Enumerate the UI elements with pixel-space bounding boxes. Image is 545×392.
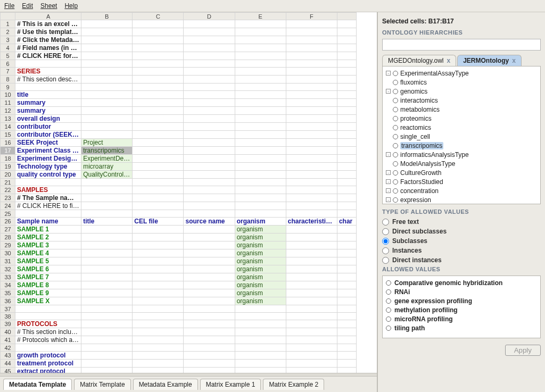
cell[interactable]: [133, 360, 184, 368]
cell[interactable]: [81, 368, 133, 373]
cell[interactable]: CEL file: [133, 218, 184, 226]
cell[interactable]: [337, 313, 356, 320]
cell[interactable]: [81, 20, 133, 28]
cell[interactable]: [81, 44, 133, 52]
cell[interactable]: [81, 107, 133, 115]
cell[interactable]: [81, 131, 133, 139]
cell[interactable]: [286, 249, 337, 257]
cell[interactable]: [184, 60, 235, 68]
cell[interactable]: SAMPLE 7: [15, 273, 81, 281]
cell[interactable]: [184, 265, 235, 273]
allowed-values-list[interactable]: Comparative genomic hybridizationRNAigen…: [382, 276, 541, 338]
tree-item[interactable]: interactomics: [384, 96, 539, 105]
cell[interactable]: [184, 115, 235, 123]
row-header[interactable]: 44: [1, 360, 15, 368]
cell[interactable]: [235, 20, 286, 28]
cell[interactable]: [286, 226, 337, 233]
allowed-value-item[interactable]: Comparative genomic hybridization: [386, 278, 537, 287]
cell[interactable]: [184, 320, 235, 328]
cell[interactable]: [286, 44, 337, 52]
row-header[interactable]: 42: [1, 344, 15, 352]
cell[interactable]: [184, 305, 235, 313]
cell[interactable]: [286, 99, 337, 107]
cell[interactable]: [133, 289, 184, 297]
row-header[interactable]: 21: [1, 179, 15, 186]
cell[interactable]: [286, 313, 337, 320]
cell[interactable]: Experiment Class (a...: [15, 147, 81, 155]
cell[interactable]: [337, 163, 356, 171]
cell[interactable]: [184, 273, 235, 281]
cell[interactable]: [15, 60, 81, 68]
ontology-tree[interactable]: -ExperimentalAssayTypefluxomics-genomics…: [382, 66, 541, 204]
cell[interactable]: [81, 36, 133, 44]
cell[interactable]: [184, 249, 235, 257]
cell[interactable]: [133, 131, 184, 139]
cell[interactable]: [286, 139, 337, 147]
allowed-type-option[interactable]: Free text: [382, 218, 541, 226]
cell[interactable]: [81, 289, 133, 297]
allowed-type-option[interactable]: Direct instances: [382, 256, 541, 264]
cell[interactable]: [184, 210, 235, 218]
cell[interactable]: contributor (SEEK ID): [15, 131, 81, 139]
expand-icon[interactable]: -: [386, 170, 391, 175]
cell[interactable]: [235, 194, 286, 202]
tree-item[interactable]: -concentration: [384, 186, 539, 195]
column-header[interactable]: B: [81, 13, 133, 20]
cell[interactable]: [81, 76, 133, 84]
cell[interactable]: [81, 99, 133, 107]
cell[interactable]: [286, 328, 337, 336]
spreadsheet-grid[interactable]: ABCDEF1# This is an excel templ...2# Use…: [0, 12, 357, 373]
cell[interactable]: # This section describes ...: [15, 76, 81, 84]
row-header[interactable]: 11: [1, 99, 15, 107]
row-header[interactable]: 37: [1, 305, 15, 313]
cell[interactable]: [133, 44, 184, 52]
cell[interactable]: # CLICK HERE to find t...: [15, 202, 81, 210]
cell[interactable]: [81, 84, 133, 91]
cell[interactable]: [133, 155, 184, 163]
row-header[interactable]: 13: [1, 115, 15, 123]
cell[interactable]: # The Sample name...: [15, 194, 81, 202]
cell[interactable]: # Use this template for ...: [15, 28, 81, 36]
cell[interactable]: source name: [184, 218, 235, 226]
cell[interactable]: [286, 368, 337, 373]
cell[interactable]: [184, 36, 235, 44]
cell[interactable]: [235, 186, 286, 194]
cell[interactable]: # This section includes pr...: [15, 328, 81, 336]
cell[interactable]: [184, 313, 235, 320]
cell[interactable]: [286, 202, 337, 210]
cell[interactable]: [235, 131, 286, 139]
column-header[interactable]: A: [15, 13, 81, 20]
cell[interactable]: [337, 107, 356, 115]
cell[interactable]: [133, 28, 184, 36]
cell[interactable]: [337, 44, 356, 52]
cell[interactable]: [286, 297, 337, 305]
cell[interactable]: organism: [235, 289, 286, 297]
cell[interactable]: growth protocol: [15, 352, 81, 360]
cell[interactable]: [235, 179, 286, 186]
cell[interactable]: [337, 281, 356, 289]
cell[interactable]: [81, 210, 133, 218]
radio-input[interactable]: [382, 247, 389, 254]
cell[interactable]: [286, 20, 337, 28]
cell[interactable]: [184, 289, 235, 297]
row-header[interactable]: 22: [1, 186, 15, 194]
cell[interactable]: [235, 328, 286, 336]
allowed-type-option[interactable]: Direct subclasses: [382, 228, 541, 235]
cell[interactable]: # This is an excel templ...: [15, 20, 81, 28]
cell[interactable]: organism: [235, 297, 286, 305]
cell[interactable]: [286, 344, 337, 352]
cell[interactable]: [184, 336, 235, 344]
cell[interactable]: [81, 281, 133, 289]
cell[interactable]: [133, 171, 184, 179]
cell[interactable]: [81, 233, 133, 241]
cell[interactable]: [184, 155, 235, 163]
cell[interactable]: [337, 352, 356, 360]
cell[interactable]: [81, 313, 133, 320]
cell[interactable]: [133, 226, 184, 233]
cell[interactable]: [286, 210, 337, 218]
cell[interactable]: [337, 241, 356, 249]
cell[interactable]: [337, 360, 356, 368]
expand-icon[interactable]: -: [386, 152, 391, 157]
cell[interactable]: title: [81, 218, 133, 226]
cell[interactable]: [81, 123, 133, 131]
